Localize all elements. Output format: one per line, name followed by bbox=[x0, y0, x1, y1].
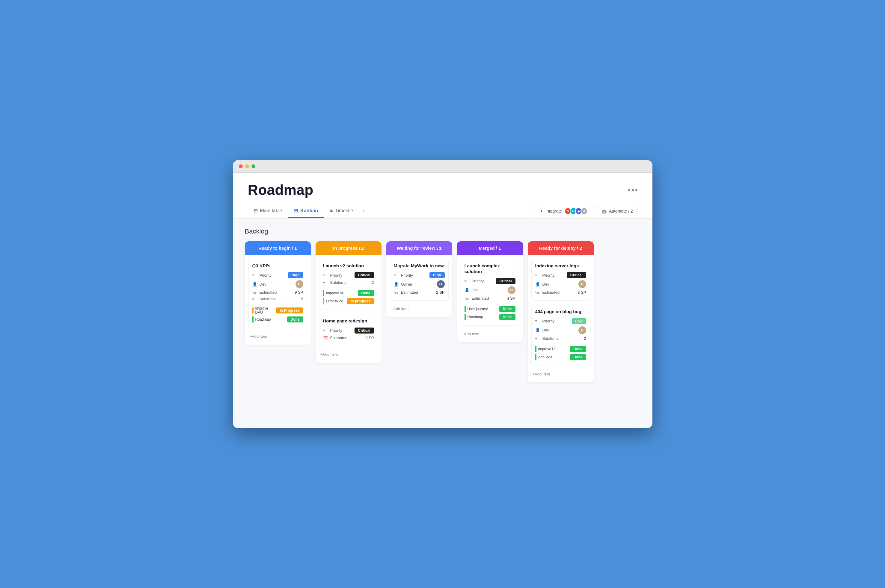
add-tab-button[interactable]: + bbox=[359, 204, 369, 218]
field-priority-migrate: ≡ Priority High bbox=[394, 272, 445, 278]
estimated-icon: 📅 bbox=[323, 336, 328, 340]
minimize-dot[interactable] bbox=[245, 164, 249, 168]
col-body-deploy: Indexing server logs ≡ Priority Critical… bbox=[528, 255, 594, 382]
col-waiting-for-review: Waiting for review \ 1 Migrate MyWork to… bbox=[386, 241, 452, 317]
subitems-value: 2 bbox=[301, 297, 303, 301]
field-priority-homepage: ≡ Priority Critical bbox=[323, 327, 374, 333]
subitem-improve-api: Improve API Done bbox=[323, 290, 374, 296]
subitem-ui-done: Done bbox=[570, 346, 586, 352]
dev-icon: 👤 bbox=[535, 328, 541, 332]
integrate-more: +2 bbox=[581, 207, 588, 214]
subitem-roadmap-merged: Roadmap Done bbox=[465, 314, 515, 320]
priority-icon: ≡ bbox=[323, 328, 328, 333]
subitem-status-done: Done bbox=[287, 316, 303, 322]
page-title: Roadmap bbox=[248, 182, 313, 198]
browser-window: Roadmap ⊞ Main table ⊟ Kanban ≡ bbox=[233, 160, 652, 428]
backlog-title: Backlog bbox=[245, 228, 640, 236]
card-launch-complex: Launch complex solution ≡ Priority Criti… bbox=[461, 259, 519, 326]
subitem-status-inprogress: In Progress bbox=[276, 308, 303, 314]
field-priority-complex: ≡ Priority Critical bbox=[465, 278, 515, 284]
timeline-icon: ≡ bbox=[330, 208, 333, 213]
subitems-value: 2 bbox=[372, 280, 374, 285]
add-item-ready-to-begin[interactable]: +Add item bbox=[248, 332, 307, 340]
field-priority-indexing: ≡ Priority Critical bbox=[535, 272, 586, 278]
more-menu-button[interactable] bbox=[628, 189, 637, 191]
priority-icon: ≡ bbox=[252, 273, 258, 278]
automate-button[interactable]: 🤖 Automate / 2 bbox=[597, 206, 637, 216]
subitem-add-logs: Add logs Done bbox=[535, 354, 586, 360]
integrate-button[interactable]: ✦ Integrate S G ◆ +2 bbox=[535, 205, 592, 218]
card-title-launch-complex: Launch complex solution bbox=[465, 263, 515, 274]
col-ready-to-begin: Ready to begin \ 1 Q3 KPI's ≡ Priority H… bbox=[245, 241, 311, 345]
col-body-merged: Launch complex solution ≡ Priority Criti… bbox=[457, 255, 523, 342]
dev-icon: 👤 bbox=[535, 282, 541, 286]
dev-icon: 👤 bbox=[252, 282, 258, 286]
add-item-deploy[interactable]: +Add item bbox=[531, 370, 590, 378]
priority-badge: Critical bbox=[567, 272, 586, 278]
tab-kanban[interactable]: ⊟ Kanban bbox=[288, 204, 324, 218]
col-in-progress: In progress \ 2 Launch v2 solution ≡ Pri… bbox=[316, 241, 382, 363]
col-header-in-progress: In progress \ 2 bbox=[316, 241, 382, 255]
kanban-icon: ⊟ bbox=[294, 208, 298, 213]
kanban-body: Backlog Ready to begin \ 1 Q3 KPI's ≡ Pr… bbox=[233, 219, 652, 428]
card-404-bug: 404 page on blog bug ≡ Priority Low 👤 De… bbox=[531, 305, 590, 366]
add-item-waiting[interactable]: +Add item bbox=[390, 305, 449, 313]
priority-badge-low: Low bbox=[572, 318, 586, 324]
field-subitems-404: ≡ Subitems 2 bbox=[535, 336, 586, 341]
browser-titlebar bbox=[233, 160, 652, 173]
card-title-indexing: Indexing server logs bbox=[535, 263, 586, 269]
dev-avatar: D bbox=[578, 326, 586, 334]
estimated-icon: ¹₂₃ bbox=[394, 290, 399, 295]
add-item-in-progress[interactable]: +Add item bbox=[319, 350, 378, 358]
tab-main-table[interactable]: ⊞ Main table bbox=[248, 204, 288, 218]
field-dev: 👤 Dev D bbox=[252, 280, 303, 288]
field-estimated-migrate: ¹₂₃ Estimated 2 SP bbox=[394, 290, 445, 295]
page-title-row: Roadmap bbox=[248, 182, 637, 198]
field-dev-complex: 👤 Dev D bbox=[465, 286, 515, 294]
field-priority-v2: ≡ Priority Critical bbox=[323, 272, 374, 278]
col-header-waiting: Waiting for review \ 1 bbox=[386, 241, 452, 255]
card-homepage-redesign: Home page redesign ≡ Priority Critical 📅… bbox=[319, 314, 378, 346]
subitems-value: 2 bbox=[584, 336, 586, 341]
dev-avatar: D bbox=[295, 280, 303, 288]
field-dev-404: 👤 Dev D bbox=[535, 326, 586, 334]
field-subitems-v2: ≡ Subitems 2 bbox=[323, 280, 374, 285]
priority-icon: ≡ bbox=[535, 319, 541, 323]
estimated-value: 4 SP bbox=[507, 296, 515, 301]
field-estimated-complex: ¹₂₃ Estimated 4 SP bbox=[465, 296, 515, 301]
col-header-ready-to-begin: Ready to begin \ 1 bbox=[245, 241, 311, 255]
tabs-right: ✦ Integrate S G ◆ +2 🤖 Automate / 2 bbox=[535, 205, 637, 218]
subitem-journey-done: Done bbox=[499, 306, 515, 312]
add-item-merged[interactable]: +Add item bbox=[461, 330, 519, 338]
tab-timeline[interactable]: ≡ Timeline bbox=[324, 204, 359, 218]
card-title-homepage: Home page redesign bbox=[323, 318, 374, 324]
field-owner-migrate: 👤 Owner O bbox=[394, 280, 445, 288]
estimated-value: 2 SP bbox=[436, 290, 444, 295]
col-header-merged: Merged \ 1 bbox=[457, 241, 523, 255]
subitem-improve-ui: Improve UI Done bbox=[535, 346, 586, 352]
priority-icon: ≡ bbox=[465, 279, 470, 283]
owner-icon: 👤 bbox=[394, 282, 399, 286]
maximize-dot[interactable] bbox=[251, 164, 255, 168]
subitems-icon: ≡ bbox=[535, 336, 541, 341]
dev-icon: 👤 bbox=[465, 288, 470, 292]
priority-icon: ≡ bbox=[394, 273, 399, 278]
card-launch-v2: Launch v2 solution ≡ Priority Critical ≡… bbox=[319, 259, 378, 310]
subitem-improve-dau: Improve DAU In Progress bbox=[252, 306, 303, 315]
card-migrate-mywork: Migrate MyWork to new ≡ Priority High 👤 … bbox=[390, 259, 449, 301]
card-title-migrate: Migrate MyWork to new bbox=[394, 263, 445, 269]
card-indexing-server: Indexing server logs ≡ Priority Critical… bbox=[531, 259, 590, 301]
priority-badge: High bbox=[288, 272, 303, 278]
automate-icon: 🤖 bbox=[602, 208, 607, 213]
subitems-icon: ≡ bbox=[252, 297, 258, 301]
browser-content: Roadmap ⊞ Main table ⊟ Kanban ≡ bbox=[233, 173, 652, 428]
col-header-deploy: Ready for deploy \ 2 bbox=[528, 241, 594, 255]
priority-icon: ≡ bbox=[535, 273, 541, 278]
field-priority-404: ≡ Priority Low bbox=[535, 318, 586, 324]
col-body-in-progress: Launch v2 solution ≡ Priority Critical ≡… bbox=[316, 255, 382, 363]
kanban-columns: Ready to begin \ 1 Q3 KPI's ≡ Priority H… bbox=[245, 241, 640, 382]
subitem-roadmap: Roadmap Done bbox=[252, 316, 303, 323]
close-dot[interactable] bbox=[239, 164, 243, 168]
estimated-icon: ¹₂₃ bbox=[535, 290, 541, 295]
subitem-logs-done: Done bbox=[570, 354, 586, 360]
